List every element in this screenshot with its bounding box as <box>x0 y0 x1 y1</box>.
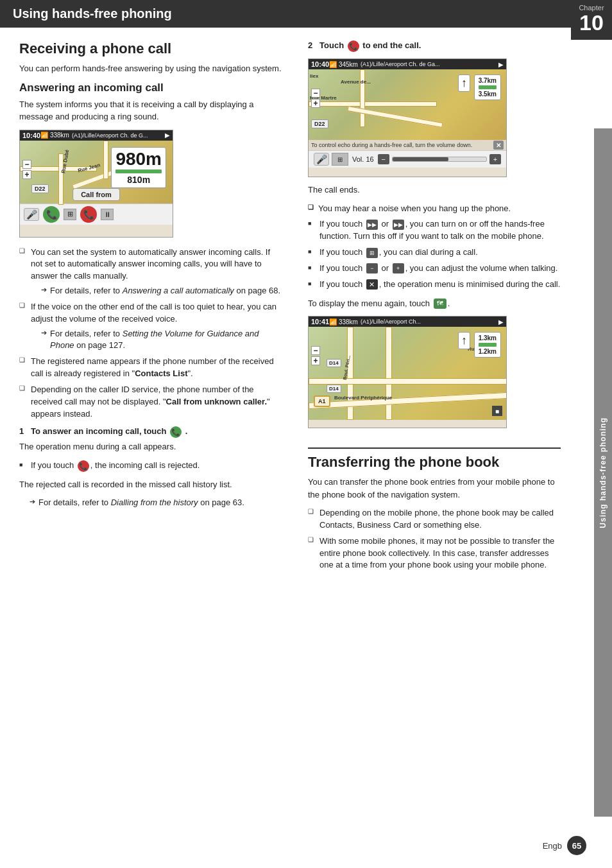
bullet-3: The registered name appears if the phone… <box>19 356 282 380</box>
call-from-overlay: Call from <box>72 188 120 201</box>
nav-arrow-2: ▶ <box>498 61 504 68</box>
zoom-out-3[interactable]: − <box>311 346 320 355</box>
answer-phone-btn[interactable]: 📞 <box>43 206 60 223</box>
answer-icon: 📞 <box>170 426 182 438</box>
step-2-line: 2 Touch 📞 to end the call. <box>308 40 561 52</box>
vol-plus-btn[interactable]: + <box>489 154 501 164</box>
stop-btn[interactable]: ■ <box>492 406 502 416</box>
menu-restore-icon: 🗺 <box>434 299 446 309</box>
bullet-2: If the voice on the other end of the cal… <box>19 301 282 352</box>
page-number: 65 <box>572 841 581 851</box>
step-1-sub-bullets: For details, refer to Dialling from the … <box>19 497 282 509</box>
answering-intro: The system informs you that it is receiv… <box>19 98 282 123</box>
chapter-number: 10 <box>579 12 604 33</box>
right-bullet-minimise: If you touch ✕, the operation menu is mi… <box>308 279 561 291</box>
zoom-out-2[interactable]: − <box>311 89 320 98</box>
vol-minus-btn[interactable]: − <box>378 154 389 164</box>
mic-btn-2[interactable]: 🎤 <box>314 153 329 166</box>
transfer-bullets: Depending on the mobile phone, the phone… <box>308 507 561 571</box>
step-1-bullets: If you touch 📞, the incoming call is rej… <box>19 460 282 472</box>
route-a1: A1 <box>314 395 330 407</box>
nav-turn-arrow: ↑ <box>458 74 470 92</box>
transfer-bullet-1: Depending on the mobile phone, the phone… <box>308 507 561 532</box>
nav-signal-3: 📶 338km <box>329 318 358 326</box>
nav-dist-2: 3.7km 3.5km <box>474 74 501 100</box>
nav-time-3: 10:41 <box>311 318 329 326</box>
nav-signal-2: 📶 345km <box>329 61 358 68</box>
step-1-after: The operation menu during a call appears… <box>19 440 282 453</box>
nav-screenshot-1: 10:40 📶 338km (A1)/Lille/Aeroport Ch. de… <box>19 130 173 238</box>
zoom-in-2[interactable]: + <box>311 99 320 108</box>
nav-vol-controls: 🎤 ⊞ Vol. 16 − + <box>309 150 506 168</box>
mic-btn[interactable]: 🎤 <box>24 208 39 221</box>
nav-bottom-strip: To control echo during a hands-free call… <box>309 140 506 150</box>
map-label-boulevard: Boulevard Périphérique <box>334 395 392 401</box>
nav-msg: To control echo during a hands-free call… <box>311 142 491 148</box>
answering-subheading: Answering an incoming call <box>19 82 282 94</box>
sub-bullet-1: For details, refer to Answering a call a… <box>31 285 282 297</box>
menu-btn[interactable]: ⊞ <box>64 209 76 220</box>
nav-turn-3: ↑ <box>458 332 470 349</box>
language-label: Engb <box>543 841 562 851</box>
chapter-badge: Chapter 10 <box>571 0 612 40</box>
nav-bar-3: 10:41 📶 338km (A1)/Lille/Aeroport Ch... … <box>309 317 506 327</box>
step-2-number: 2 <box>308 40 312 50</box>
nav-time-1: 10:40 <box>22 132 40 139</box>
main-content: Receiving a phone call You can perform h… <box>0 28 612 578</box>
nav-route-3: (A1)/Lille/Aeroport Ch... <box>361 318 496 325</box>
step-1-line: 1 To answer an incoming call, touch 📞 . <box>19 426 282 438</box>
transfer-section: Transferring the phone book You can tran… <box>308 447 561 571</box>
pause-btn[interactable]: ⏸ <box>101 209 114 220</box>
receiving-heading: Receiving a phone call <box>19 40 282 57</box>
route-badge: D22 <box>31 184 49 193</box>
nav-screenshot-3: 10:41 📶 338km (A1)/Lille/Aeroport Ch... … <box>308 316 507 428</box>
transfer-heading: Transferring the phone book <box>308 454 561 471</box>
end-call-icon: 📞 <box>348 40 359 52</box>
nav-bar-2: 10:40 📶 345km (A1)/Lille/Aeroport Ch. de… <box>309 59 506 69</box>
nav-arrow-1: ▶ <box>165 132 170 139</box>
right-bullet-handfree: If you touch ▶▶ or ▶▶, you can turn on o… <box>308 218 561 243</box>
bullet-4: Depending on the caller ID service, the … <box>19 384 282 421</box>
zoom-in-3[interactable]: + <box>311 356 320 365</box>
nav-map-1: Rue Dubé Rue Jean 980m 810m − + D22 Call… <box>20 141 173 204</box>
reject-icon: 📞 <box>78 460 89 472</box>
left-bullet-list: You can set the system to automatically … <box>19 247 282 421</box>
nav-arrow-3: ▶ <box>498 318 504 326</box>
nav-bar-1: 10:40 📶 338km (A1)/Lille/Aeroport Ch. de… <box>20 130 173 141</box>
transfer-bullet-2: With some mobile phones, it may not be p… <box>308 535 561 572</box>
dial-icon: ⊞ <box>366 248 378 258</box>
zoom-controls-2: − + <box>311 89 320 108</box>
nav-map-3: Rue Letort Boulevard Périphérique D14 D1… <box>309 327 506 420</box>
call-ends-text: The call ends. <box>308 184 561 196</box>
nav-dist-3: 1.3km 1.2km <box>474 332 501 358</box>
map-label-avenue: Avenue de... <box>341 79 371 85</box>
display-menu-text: To display the menu again, touch 🗺. <box>308 297 561 310</box>
nav-signal-1: 📶 338km <box>40 132 69 139</box>
step-2-suffix: to end the call. <box>362 40 421 50</box>
right-bullet-noise: ❑ You may hear a noise when you hang up … <box>308 203 561 215</box>
nav-controls-1: 🎤 📞 ⊞ 📞 ⏸ <box>20 204 173 225</box>
nav-route-2: (A1)/Lille/Aeroport Ch. de Ga... <box>361 61 496 67</box>
section-title-bar: Using hands-free phoning <box>0 0 571 28</box>
nav-screenshot-2: 10:40 📶 345km (A1)/Lille/Aeroport Ch. de… <box>308 58 507 177</box>
route-d14: D14 <box>327 359 341 367</box>
iii-btn[interactable]: ⊞ <box>332 153 348 166</box>
page-footer: Engb 65 <box>543 836 586 855</box>
zoom-out[interactable]: − <box>22 160 31 169</box>
right-bullet-list: ❑ You may hear a noise when you hang up … <box>308 203 561 291</box>
fwd-icon: ▶▶ <box>366 220 378 230</box>
route-badge-2: D22 <box>311 119 328 128</box>
close-msg-btn[interactable]: ✕ <box>493 141 504 150</box>
zoom-in[interactable]: + <box>22 170 31 179</box>
reject-phone-btn[interactable]: 📞 <box>80 206 97 223</box>
vol-minus-icon: − <box>366 263 378 273</box>
vol-plus-icon: + <box>393 263 404 273</box>
right-bullet-dial: If you touch ⊞, you can dial during a ca… <box>308 247 561 259</box>
right-column: 2 Touch 📞 to end the call. 10:40 📶 345km… <box>295 40 612 578</box>
section-divider <box>308 447 561 449</box>
section-title: Using hands-free phoning <box>13 6 172 21</box>
fwd2-icon: ▶▶ <box>393 220 404 230</box>
step-1-number: 1 <box>19 427 24 437</box>
route-d14-2: D14 <box>327 385 341 393</box>
left-column: Receiving a phone call You can perform h… <box>0 40 295 578</box>
